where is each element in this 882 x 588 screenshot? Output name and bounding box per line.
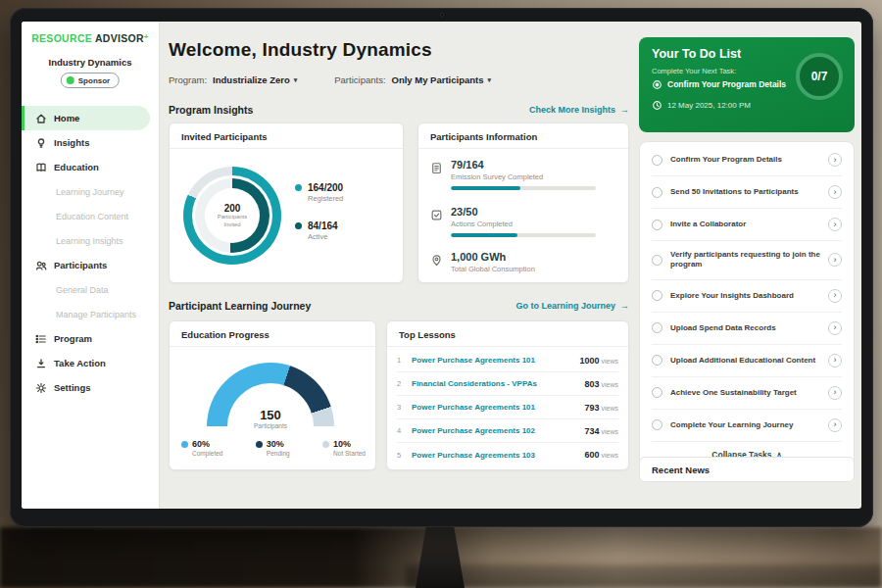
completed-label: Completed [192, 450, 222, 457]
link-label: Go to Learning Journey [515, 301, 615, 311]
sidebar-item-education-content[interactable]: Education Content [22, 204, 159, 228]
lesson-row: 1 Power Purchase Agreements 101 1000view… [397, 349, 618, 372]
education-progress-card: Education Progress 150 Participants 60% … [169, 320, 376, 470]
todo-checkbox[interactable] [652, 155, 662, 166]
todo-checkbox[interactable] [652, 419, 662, 430]
sidebar-item-manage-participants[interactable]: Manage Participants [22, 302, 159, 326]
go-to-learning-journey-link[interactable]: Go to Learning Journey → [515, 301, 629, 311]
invited-participants-card: Invited Participants 200 Participants In… [169, 122, 404, 283]
legend-item-registered: 164/200 Registered [295, 182, 343, 203]
todo-checkbox[interactable] [652, 255, 662, 266]
people-icon [35, 260, 47, 271]
desk-background: { "brand": { "primary": "RESOURCE", "sec… [0, 0, 882, 588]
chevron-right-icon: › [834, 220, 837, 229]
sidebar-item-general-data[interactable]: General Data [22, 277, 159, 302]
checklist-icon [430, 208, 443, 220]
lesson-link[interactable]: Power Purchase Agreements 101 [412, 356, 572, 365]
todo-chevron-button[interactable]: › [828, 185, 842, 199]
recent-news-title: Recent News [652, 465, 710, 475]
views-word: views [601, 405, 618, 412]
todo-item[interactable]: Verify participants requesting to join t… [652, 241, 842, 280]
sidebar-item-home[interactable]: Home [22, 106, 150, 130]
gear-icon [35, 382, 47, 394]
todo-chevron-button[interactable]: › [828, 418, 842, 432]
program-insights-title: Program Insights [169, 104, 253, 116]
actions-completed-stat: 23/50 Actions Completed [430, 206, 616, 237]
program-select[interactable]: Industrialize Zero ▾ [213, 74, 297, 85]
todo-chevron-button[interactable]: › [828, 386, 842, 400]
next-task-time: 12 May 2025, 12:00 PM [652, 100, 751, 111]
check-more-insights-link[interactable]: Check More Insights → [529, 105, 629, 115]
todo-chevron-button[interactable]: › [828, 253, 842, 267]
todo-item[interactable]: Send 50 Invitations to Participants › [652, 176, 842, 209]
sidebar-item-take-action[interactable]: Take Action [22, 351, 159, 375]
todo-chevron-button[interactable]: › [828, 289, 842, 303]
todo-checkbox[interactable] [652, 355, 662, 366]
program-select-value: Industrialize Zero [213, 74, 290, 85]
invited-legend: 164/200 Registered 84/164 Active [295, 182, 343, 241]
lesson-link[interactable]: Power Purchase Agreements 102 [412, 426, 577, 435]
lesson-link[interactable]: Power Purchase Agreements 103 [412, 451, 577, 460]
legend-dot [256, 441, 263, 448]
sidebar-item-settings[interactable]: Settings [22, 375, 159, 400]
todo-item-label: Upload Spend Data Records [670, 323, 820, 333]
top-lessons-card: Top Lessons 1 Power Purchase Agreements … [386, 320, 629, 470]
sidebar-item-education[interactable]: Education [22, 155, 159, 179]
education-gauge-legend: 60% Completed 30% Pending 10% Not Star [181, 439, 366, 457]
invited-donut-chart: 200 Participants Invited [183, 167, 281, 265]
todo-checkbox[interactable] [652, 387, 662, 398]
todo-chevron-button[interactable]: › [828, 354, 842, 368]
todo-item-label: Upload Additional Educational Content [670, 356, 820, 366]
global-consumption-stat: 1,000 GWh Total Global Consumption [430, 251, 616, 278]
participants-information-card: Participants Information 79/164 Emission… [417, 122, 629, 283]
todo-item[interactable]: Confirm Your Program Details › [652, 144, 842, 176]
card-title: Top Lessons [387, 321, 628, 347]
sidebar-item-learning-journey[interactable]: Learning Journey [22, 179, 159, 204]
todo-item[interactable]: Complete Your Learning Journey › [652, 410, 842, 442]
todo-chevron-button[interactable]: › [828, 218, 842, 231]
participants-select[interactable]: Only My Participants ▾ [392, 74, 492, 85]
lesson-views: 1000 [579, 356, 599, 366]
recent-news-header: Recent News [639, 457, 855, 482]
legend-dot [322, 441, 329, 448]
location-pin-icon [430, 253, 443, 266]
todo-item[interactable]: Explore Your Insights Dashboard › [652, 280, 842, 313]
todo-checkbox[interactable] [652, 187, 662, 198]
sidebar-item-learning-insights[interactable]: Learning Insights [22, 228, 159, 253]
app-logo: RESOURCE ADVISOR+ [22, 32, 159, 44]
lesson-row: 2 Financial Considerations - VPPAs 803vi… [397, 372, 618, 396]
sponsor-badge[interactable]: Sponsor [61, 73, 120, 88]
todo-checkbox[interactable] [652, 290, 662, 301]
lesson-link[interactable]: Financial Considerations - VPPAs [412, 379, 577, 388]
sidebar-item-label: Insights [54, 137, 89, 148]
todo-chevron-button[interactable]: › [828, 321, 842, 335]
lesson-rank: 3 [397, 403, 405, 412]
chevron-right-icon: › [834, 290, 837, 300]
lesson-link[interactable]: Power Purchase Agreements 101 [412, 403, 577, 412]
todo-item-label: Explore Your Insights Dashboard [670, 291, 820, 301]
next-task-time-label: 12 May 2025, 12:00 PM [667, 101, 751, 110]
todo-chevron-button[interactable]: › [828, 153, 842, 167]
sidebar-item-participants[interactable]: Participants [22, 253, 159, 277]
todo-item[interactable]: Upload Additional Educational Content › [652, 345, 842, 377]
sidebar-item-label: Education [54, 162, 99, 172]
todo-item[interactable]: Upload Spend Data Records › [652, 313, 842, 345]
todo-summary-card: Your To Do List Complete Your Next Task:… [639, 37, 855, 132]
chevron-right-icon: › [834, 255, 837, 265]
todo-item-label: Confirm Your Program Details [670, 155, 820, 165]
todo-checkbox[interactable] [652, 220, 662, 230]
todo-title: Your To Do List [652, 47, 741, 61]
education-gauge-chart: 150 Participants [207, 363, 334, 426]
sponsor-icon [67, 76, 74, 84]
global-consumption-label: Total Global Consumption [451, 265, 535, 273]
todo-item[interactable]: Invite a Collaborator › [652, 209, 842, 241]
todo-checkbox[interactable] [652, 322, 662, 333]
brand-plus: + [144, 32, 149, 41]
todo-item-label: Complete Your Learning Journey [670, 420, 820, 430]
sidebar-item-label: Settings [54, 382, 90, 393]
sidebar-item-insights[interactable]: Insights [22, 130, 159, 155]
sidebar-item-program[interactable]: Program [22, 326, 159, 351]
todo-item[interactable]: Achieve One Sustainability Target › [652, 377, 842, 410]
link-label: Check More Insights [529, 105, 615, 115]
pending-value: 30% [267, 439, 290, 449]
